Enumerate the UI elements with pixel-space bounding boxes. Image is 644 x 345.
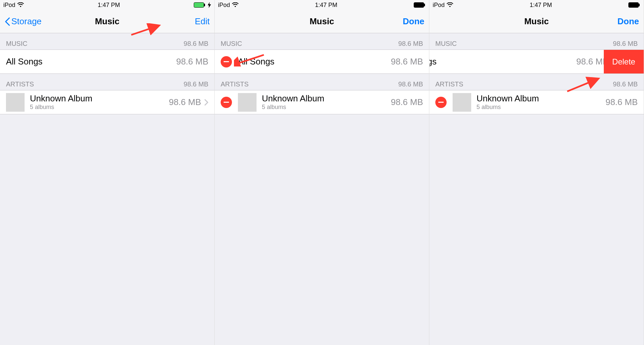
section-label: ARTISTS (435, 80, 463, 88)
section-header-music: MUSIC 98.6 MB (0, 33, 214, 50)
status-bar: iPod 1:47 PM (429, 0, 644, 10)
nav-bar: Music Done (215, 10, 429, 33)
row-title: All Songs (6, 57, 43, 67)
nav-back-button[interactable]: Storage (5, 16, 51, 27)
battery-full-icon (628, 2, 640, 8)
section-label: MUSIC (6, 40, 27, 48)
bolt-icon (208, 2, 211, 8)
row-subtitle: 5 albums (477, 104, 539, 111)
row-all-songs[interactable]: All Songs 98.6 MB (215, 50, 429, 74)
row-subtitle: 5 albums (30, 104, 92, 111)
album-art-icon (6, 93, 25, 112)
row-title: All Songs (238, 57, 274, 67)
section-size: 98.6 MB (613, 40, 638, 48)
section-header-artists: ARTISTS 98.6 MB (215, 74, 429, 90)
row-size: 98.6 MB (391, 57, 423, 67)
carrier-label: iPod (433, 2, 445, 9)
status-time: 1:47 PM (315, 2, 337, 9)
row-unknown-album[interactable]: Unknown Album 5 albums 98.6 MB (0, 90, 214, 114)
section-header-music: MUSIC 98.6 MB (429, 33, 644, 50)
screen-1: iPod 1:47 PM Storage Music Edit MUS (0, 0, 215, 345)
nav-right-label: Done (617, 16, 639, 27)
row-unknown-album[interactable]: Unknown Album 5 albums 98.6 MB (215, 90, 429, 114)
battery-full-icon (414, 2, 426, 8)
nav-right-label: Done (403, 16, 424, 27)
status-time: 1:47 PM (530, 2, 552, 9)
delete-button[interactable]: Delete (604, 50, 644, 74)
section-size: 98.6 MB (184, 80, 208, 88)
delete-minus-icon[interactable] (435, 97, 447, 108)
delete-button-label: Delete (612, 57, 635, 66)
row-title: Unknown Album (262, 94, 324, 103)
section-label: MUSIC (435, 40, 457, 48)
row-all-songs[interactable]: All Songs 98.6 MB (0, 50, 214, 74)
svg-rect-0 (194, 3, 204, 8)
section-label: ARTISTS (221, 80, 249, 88)
svg-rect-3 (414, 3, 424, 8)
row-size: 98.6 MB (169, 97, 201, 107)
carrier-label: iPod (3, 2, 15, 9)
status-bar: iPod 1:47 PM (0, 0, 214, 10)
carrier-label: iPod (218, 2, 230, 9)
screen-3: iPod 1:47 PM Music Done MUSIC 98.6 MB So… (429, 0, 644, 345)
section-size: 98.6 MB (184, 40, 208, 48)
section-header-artists: ARTISTS 98.6 MB (0, 74, 214, 90)
row-unknown-album[interactable]: Unknown Album 5 albums 98.6 MB (429, 90, 644, 114)
wifi-icon (17, 2, 24, 8)
section-size: 98.6 MB (398, 80, 423, 88)
section-header-artists: ARTISTS 98.6 MB (429, 74, 644, 90)
svg-rect-4 (424, 4, 425, 6)
delete-minus-icon[interactable] (221, 97, 232, 108)
row-size: 98.6 MB (391, 97, 423, 107)
nav-done-button[interactable]: Done (378, 16, 424, 27)
nav-right-label: Edit (195, 16, 210, 27)
wifi-icon (447, 2, 453, 8)
album-art-icon (238, 93, 257, 112)
nav-back-label: Storage (11, 16, 42, 27)
row-title: Unknown Album (477, 94, 539, 103)
row-all-songs[interactable]: Songs 98.6 MB Delete (429, 50, 644, 74)
svg-rect-7 (639, 4, 640, 6)
status-bar: iPod 1:47 PM (215, 0, 429, 10)
svg-rect-1 (204, 4, 205, 6)
section-size: 98.6 MB (613, 80, 638, 88)
row-size: 98.6 MB (605, 97, 638, 107)
wifi-icon (232, 2, 239, 8)
nav-bar: Music Done (429, 10, 644, 33)
battery-charging-icon (194, 2, 206, 8)
screen-2: iPod 1:47 PM Music Done MUSIC 98.6 MB Al… (215, 0, 429, 345)
row-title: Unknown Album (30, 94, 92, 103)
nav-edit-button[interactable]: Edit (163, 16, 210, 27)
row-subtitle: 5 albums (262, 104, 324, 111)
row-size: 98.6 MB (176, 57, 208, 67)
delete-minus-icon[interactable] (221, 56, 232, 67)
nav-done-button[interactable]: Done (592, 16, 639, 27)
chevron-left-icon (5, 17, 10, 26)
album-art-icon (453, 93, 471, 112)
nav-bar: Storage Music Edit (0, 10, 214, 33)
section-header-music: MUSIC 98.6 MB (215, 33, 429, 50)
row-title: Songs (429, 57, 437, 67)
chevron-right-icon (204, 99, 208, 106)
svg-rect-6 (628, 3, 638, 8)
status-time: 1:47 PM (98, 2, 120, 9)
section-label: ARTISTS (6, 80, 34, 88)
section-size: 98.6 MB (398, 40, 423, 48)
section-label: MUSIC (221, 40, 242, 48)
